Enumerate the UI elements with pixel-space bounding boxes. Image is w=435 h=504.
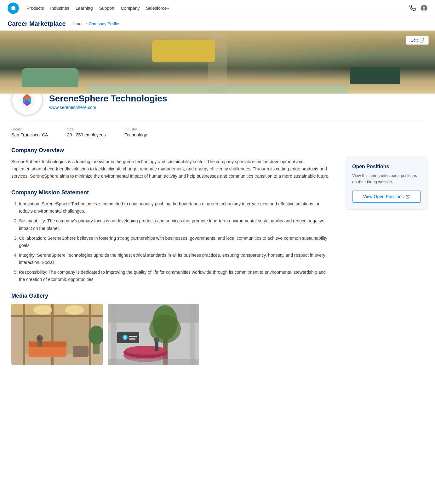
media-title: Media Gallery: [11, 293, 333, 299]
breadcrumb-bar: Career Marketplace Home • Company Profil…: [0, 16, 435, 31]
svg-rect-35: [108, 359, 199, 365]
media-img-2-svg: [108, 304, 199, 365]
svg-rect-44: [190, 304, 195, 365]
overview-text: SereneSphere Technologies is a leading i…: [11, 158, 333, 180]
mission-list: Innovation: SereneSphere Technologies is…: [11, 200, 333, 283]
company-name: SereneSphere Technologies: [49, 94, 167, 104]
breadcrumb-separator: •: [85, 21, 87, 26]
mission-item-4: Integrity: SereneSphere Technologies uph…: [19, 252, 333, 266]
mission-title: Company Mission Statement: [11, 189, 333, 196]
nav-links: Products Industries Learning Support Com…: [26, 4, 402, 12]
external-link-icon: [405, 194, 410, 199]
nav-salesforce-plus[interactable]: Salesforce+: [146, 4, 169, 12]
industry-label: Industry: [125, 127, 147, 131]
size-value: 20 - 250 employees: [67, 132, 106, 137]
breadcrumb-home[interactable]: Home: [73, 21, 84, 26]
mission-item-3: Collaboration: SereneSphere believes in …: [19, 235, 333, 249]
edit-icon: [420, 38, 424, 43]
svg-rect-42: [155, 342, 158, 351]
nav-support[interactable]: Support: [99, 4, 114, 12]
svg-point-22: [65, 305, 84, 315]
hero-couch-dark: [350, 67, 400, 84]
salesforce-logo[interactable]: [8, 3, 19, 14]
nav-company[interactable]: Company: [121, 4, 140, 12]
mission-item-2: Sustainability: The company's primary fo…: [19, 217, 333, 232]
size-label: Size: [67, 127, 106, 131]
svg-point-31: [149, 315, 181, 343]
svg-line-45: [407, 195, 409, 197]
user-avatar-icon[interactable]: [421, 5, 427, 12]
nav-right-actions: [409, 5, 427, 12]
edit-label: Edit: [411, 38, 418, 43]
media-image-2[interactable]: [108, 304, 199, 365]
company-info: SereneSphere Technologies www.serenesphe…: [43, 90, 174, 113]
open-positions-card-title: Open Positions: [352, 164, 421, 169]
meta-size: Size 20 - 250 employees: [67, 127, 106, 137]
overview-title: Company Overview: [11, 147, 333, 154]
svg-point-21: [33, 305, 52, 315]
main-content: Company Overview SereneSphere Technologi…: [0, 144, 435, 378]
mission-item-5: Responsibility: The company is dedicated…: [19, 269, 333, 283]
meta-row: Location San Francisco, CA Size 20 - 250…: [0, 121, 435, 144]
nav-industries[interactable]: Industries: [50, 4, 69, 12]
company-url[interactable]: www.serenesphere.com: [49, 105, 96, 110]
meta-location: Location San Francisco, CA: [11, 127, 48, 137]
content-left: Company Overview SereneSphere Technologi…: [11, 144, 346, 365]
media-gallery: [11, 304, 333, 365]
location-value: San Francisco, CA: [11, 132, 48, 137]
edit-button[interactable]: Edit: [406, 36, 429, 45]
meta-industry: Industry Technology: [125, 127, 147, 137]
view-positions-label: View Open Positions: [363, 194, 404, 199]
profile-section: SereneSphere Technologies www.serenesphe…: [0, 90, 435, 116]
svg-rect-39: [129, 336, 137, 337]
svg-rect-20: [73, 346, 89, 357]
svg-point-2: [423, 6, 425, 9]
industry-value: Technology: [125, 132, 147, 137]
nav-products[interactable]: Products: [26, 4, 44, 12]
svg-point-38: [124, 336, 126, 339]
svg-rect-26: [37, 341, 42, 347]
svg-rect-36: [117, 332, 139, 343]
view-open-positions-button[interactable]: View Open Positions: [352, 191, 421, 203]
svg-point-34: [125, 346, 166, 355]
media-image-1[interactable]: [11, 304, 103, 365]
navigation-bar: Products Industries Learning Support Com…: [0, 0, 435, 16]
location-label: Location: [11, 127, 48, 131]
svg-rect-43: [111, 304, 117, 365]
breadcrumb-current[interactable]: Company Profile: [89, 21, 119, 26]
nav-learning[interactable]: Learning: [76, 4, 93, 12]
open-positions-card: Open Positions View this companies open …: [346, 157, 427, 210]
svg-point-41: [154, 337, 159, 342]
hero-couch-green: [22, 68, 78, 87]
mission-item-1: Innovation: SereneSphere Technologies is…: [19, 200, 333, 215]
app-title: Career Marketplace: [8, 20, 66, 27]
open-positions-card-desc: View this companies open positions on th…: [352, 173, 421, 185]
svg-rect-19: [29, 341, 66, 347]
content-right: Open Positions View this companies open …: [346, 144, 427, 210]
hero-couch-yellow: [152, 40, 215, 62]
hero-banner: Edit: [0, 31, 435, 94]
phone-icon[interactable]: [409, 5, 416, 12]
svg-rect-40: [129, 338, 135, 340]
media-img-1-svg: [11, 304, 103, 365]
hero-pool: [87, 84, 348, 94]
svg-point-25: [37, 335, 43, 341]
